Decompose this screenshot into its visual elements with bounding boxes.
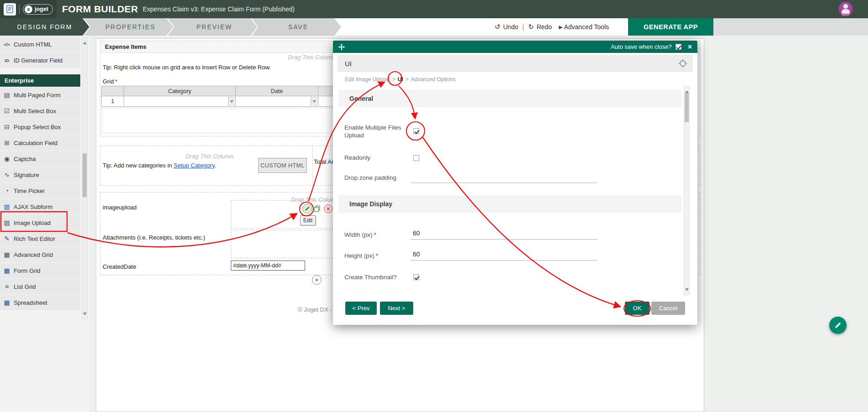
dialog-header[interactable]: Auto save when close? ×: [333, 41, 697, 53]
topbar: e joget FORM BUILDER Expenses Claim v3: …: [0, 0, 868, 18]
user-avatar[interactable]: admin: [838, 2, 853, 16]
height-input[interactable]: [411, 248, 598, 261]
palette-sidebar: </>Custom HTML IDID Generator Field Ente…: [0, 36, 89, 412]
advanced-tools-label: Advanced Tools: [564, 23, 609, 31]
joget-brand-text: joget: [35, 6, 48, 12]
grid-col-date[interactable]: Date: [235, 86, 318, 96]
ok-button[interactable]: OK: [625, 302, 650, 315]
sidebar-scroll-thumb[interactable]: [83, 153, 87, 197]
sidebar-item-list-grid[interactable]: ≡List Grid: [0, 279, 80, 294]
sidebar-item-ajax-subform[interactable]: ▥AJAX Subform: [0, 199, 80, 214]
sidebar-item-popup-select-box[interactable]: ⊟Popup Select Box: [0, 119, 80, 135]
tab-label: PROPERTIES: [105, 23, 156, 31]
sidebar-item-custom-html[interactable]: </>Custom HTML: [0, 37, 80, 52]
prev-button[interactable]: < Prev: [345, 302, 377, 315]
sidebar-item-captcha[interactable]: ◉Captcha: [0, 151, 80, 167]
sidebar-item-image-upload[interactable]: ▨Image Upload: [0, 215, 80, 230]
grid-col-category[interactable]: Category: [124, 86, 236, 96]
create-thumbnail-checkbox[interactable]: [413, 274, 419, 280]
dropdown-caret-icon[interactable]: [311, 97, 317, 106]
multiple-files-label: Enable Multiple Files Upload: [344, 124, 413, 139]
sidebar-item-label: Custom HTML: [14, 41, 52, 48]
sidebar-item-label: Popup Select Box: [14, 124, 61, 130]
custom-html-icon: </>: [0, 42, 14, 47]
copy-field-icon[interactable]: [314, 205, 321, 213]
sidebar-item-advanced-grid[interactable]: ▦Advanced Grid: [0, 247, 80, 262]
required-asterisk: *: [374, 231, 376, 238]
sidebar-item-label: Multi Paged Form: [14, 92, 61, 99]
sidebar-item-form-grid[interactable]: ▦Form Grid: [0, 263, 80, 278]
scroll-down-icon[interactable]: [83, 313, 87, 317]
sidebar-item-label: Rich Text Editor: [14, 235, 55, 242]
floating-edit-button[interactable]: [829, 317, 847, 334]
sidebar-item-id-generator-field[interactable]: IDID Generator Field: [0, 52, 80, 68]
move-icon[interactable]: [338, 44, 345, 50]
autosave-label: Auto save when close?: [611, 43, 672, 50]
pencil-icon: [834, 322, 842, 329]
sidebar-item-label: Advanced Grid: [14, 251, 53, 258]
height-label: Height (px)*: [344, 252, 413, 260]
scroll-up-icon[interactable]: [83, 40, 87, 44]
autosave-checkbox[interactable]: [676, 44, 681, 50]
sidebar-item-time-picker[interactable]: ◔Time Picker: [0, 183, 80, 198]
multi-paged-form-icon: ▤: [0, 91, 14, 99]
scroll-down-icon[interactable]: [685, 288, 689, 293]
grid-row-number: 1: [101, 96, 124, 107]
createddate-input[interactable]: #date.yyyy-MM-dd#: [231, 261, 305, 271]
cancel-button[interactable]: Cancel: [651, 302, 685, 315]
dialog-scroll-thumb[interactable]: [685, 93, 689, 122]
section-image-display: Image Display: [338, 195, 681, 213]
readonly-checkbox[interactable]: [413, 155, 419, 161]
grid-field-label: Grid*: [103, 78, 118, 85]
edit-field-icon[interactable]: [302, 204, 312, 214]
sidebar-item-label: Spreadsheet: [14, 299, 47, 306]
sidebar-item-signature[interactable]: ∿Signature: [0, 167, 80, 183]
edit-tooltip[interactable]: Edit: [300, 215, 316, 225]
breadcrumb-edit-image-upload[interactable]: Edit Image Upload: [345, 76, 390, 83]
joget-logo[interactable]: e joget: [23, 4, 53, 15]
tab-label: SAVE: [288, 23, 308, 31]
next-button[interactable]: Next >: [380, 302, 413, 315]
width-label: Width (px)*: [344, 231, 413, 239]
sidebar-item-label: Time Picker: [14, 188, 45, 194]
tab-properties[interactable]: PROPERTIES: [84, 18, 173, 36]
toolbar-divider: |: [522, 23, 524, 31]
dialog-scrollbar[interactable]: [684, 86, 690, 295]
property-dialog: Auto save when close? × UI Edit Image Up…: [333, 41, 697, 325]
custom-html-element[interactable]: CUSTOM HTML: [258, 158, 307, 173]
tab-preview[interactable]: PREVIEW: [168, 18, 257, 36]
sidebar-item-multi-paged-form[interactable]: ▤Multi Paged Form: [0, 87, 80, 103]
undo-button[interactable]: ↺ Undo: [494, 23, 518, 31]
grid-category-select[interactable]: [124, 96, 236, 107]
builder-tabs: DESIGN FORM PROPERTIES PREVIEW SAVE: [0, 18, 341, 36]
breadcrumb-advanced-options[interactable]: Advanced Options: [411, 76, 456, 83]
sidebar-item-rich-text-editor[interactable]: ✎Rich Text Editor: [0, 231, 80, 246]
multiple-files-checkbox[interactable]: [413, 128, 419, 134]
advanced-grid-icon: ▦: [0, 251, 14, 258]
element-locator-icon[interactable]: [678, 59, 687, 68]
dropdown-caret-icon[interactable]: [228, 97, 235, 106]
sidebar-item-label: ID Generator Field: [14, 57, 62, 64]
grid-date-select[interactable]: [235, 96, 318, 107]
sidebar-section-enterprise: Enterprise: [0, 74, 80, 87]
sidebar-scrollbar[interactable]: [82, 37, 88, 319]
drag-column-hint: Drag This Column: [186, 153, 234, 160]
tab-save[interactable]: SAVE: [252, 18, 341, 36]
sidebar-item-multi-select-box[interactable]: ☑Multi Select Box: [0, 103, 80, 119]
sidebar-item-calculation-field[interactable]: ⊞Calculation Field: [0, 135, 80, 151]
delete-field-icon[interactable]: ×: [324, 204, 333, 213]
scroll-up-icon[interactable]: [685, 89, 689, 93]
add-section-button[interactable]: +: [312, 275, 322, 285]
advanced-tools-button[interactable]: ▶Advanced Tools: [556, 23, 609, 31]
drop-zone-padding-input[interactable]: [411, 170, 598, 183]
app-document-icon[interactable]: [4, 3, 16, 16]
width-input[interactable]: [411, 227, 598, 240]
setup-category-link[interactable]: Setup Category: [174, 162, 214, 169]
close-icon[interactable]: ×: [688, 43, 692, 51]
tab-design-form[interactable]: DESIGN FORM: [0, 18, 89, 36]
generate-app-button[interactable]: GENERATE APP: [628, 18, 713, 36]
breadcrumb-ui[interactable]: UI: [398, 76, 403, 83]
sidebar-item-label: Multi Select Box: [14, 108, 56, 115]
redo-button[interactable]: ↻ Redo: [528, 23, 552, 31]
sidebar-item-spreadsheet[interactable]: ▦Spreadsheet: [0, 295, 80, 310]
